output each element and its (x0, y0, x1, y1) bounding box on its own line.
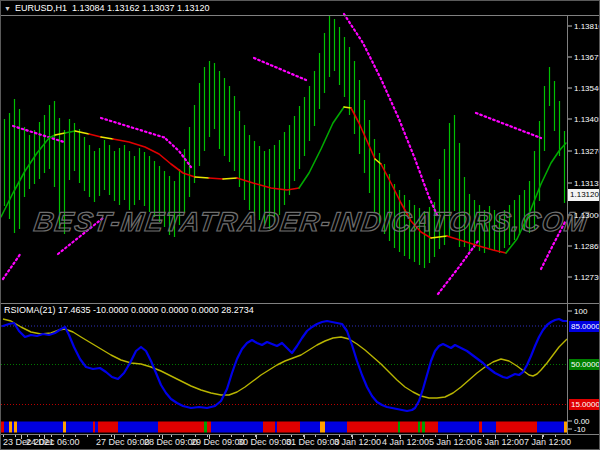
time-axis-label: 6 Jan 12:00 (477, 437, 524, 447)
indicator-scale-label: 15.0000 (569, 399, 600, 410)
indicator-scale-label: 50.0000 (569, 359, 600, 370)
indicator-scale-label: 100 (574, 306, 587, 317)
indicator-scale-label: -10 (574, 424, 586, 435)
chart-titlebar: ▼EURUSD,H1 1.13084 1.13162 1.13037 1.131… (4, 2, 210, 15)
price-tick-label: 1.12865 (574, 242, 600, 251)
mt4-chart-window: ▼EURUSD,H1 1.13084 1.13162 1.13037 1.131… (0, 0, 600, 450)
time-axis-label: 7 Jan 12:00 (524, 437, 571, 447)
price-tick-label: 1.12730 (574, 273, 600, 282)
time-axis-label: 28 Dec 09:00 (144, 437, 198, 447)
time-axis-label: 3 Jan 12:00 (334, 437, 381, 447)
time-axis-label: 31 Dec 09:00 (286, 437, 340, 447)
price-tick-label: 1.13405 (574, 115, 600, 124)
current-price-box: 1.13120 (568, 189, 600, 201)
time-axis-label: 24 Dec 06:00 (26, 437, 80, 447)
watermark-text: BEST-METATRADER-INDICATORS.COM (32, 207, 570, 239)
price-tick-label: 1.13810 (574, 22, 600, 31)
time-axis-label: 27 Dec 09:00 (96, 437, 150, 447)
price-tick-label: 1.13540 (574, 84, 600, 93)
time-axis-label: 30 Dec 09:00 (238, 437, 292, 447)
time-axis-label: 4 Jan 12:00 (382, 437, 429, 447)
indicator-scale-label: 85.0000 (569, 321, 600, 332)
price-tick-label: 1.13270 (574, 147, 600, 156)
indicator-name-label: RSIOMA(21) 17.4635 -10.0000 0.0000 0.000… (4, 305, 254, 315)
symbol-dropdown-icon[interactable]: ▼ (4, 2, 11, 15)
price-tick-label: 1.13675 (574, 53, 600, 62)
price-tick-label: 1.13135 (574, 179, 600, 188)
ohlc-values: 1.13084 1.13162 1.13037 1.13120 (72, 3, 210, 13)
time-axis-label: 29 Dec 09:00 (191, 437, 245, 447)
time-axis-label: 5 Jan 12:00 (429, 437, 476, 447)
price-tick-label: 1.13000 (574, 211, 600, 220)
symbol-timeframe-label: EURUSD,H1 (15, 3, 67, 13)
